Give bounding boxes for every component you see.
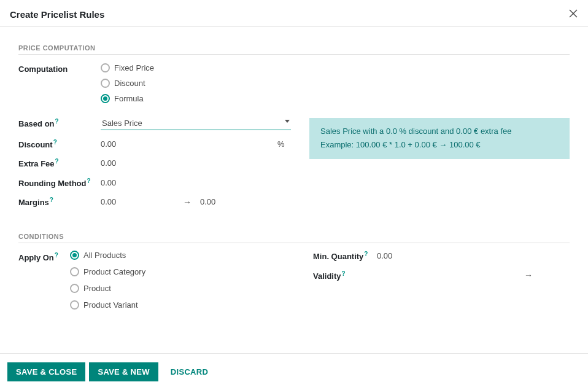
based-on-value: Sales Price: [102, 119, 142, 128]
margins-max-input[interactable]: 0.00: [200, 197, 215, 206]
margins-min-input[interactable]: 0.00: [101, 197, 174, 206]
close-button[interactable]: [568, 9, 578, 20]
based-on-select[interactable]: Sales Price: [101, 117, 291, 130]
radio-icon: [101, 63, 110, 72]
formula-left-col: Based on? Sales Price Discount?: [18, 117, 291, 216]
rounding-label: Rounding Method?: [18, 177, 101, 188]
radio-icon: [70, 251, 79, 260]
info-line-1: Sales Price with a 0.0 % discount and 0.…: [320, 125, 559, 138]
formula-info-box: Sales Price with a 0.0 % discount and 0.…: [309, 118, 570, 159]
extra-fee-input[interactable]: 0.00: [101, 158, 116, 168]
discard-button[interactable]: DISCARD: [162, 362, 217, 381]
min-qty-input[interactable]: 0.00: [377, 251, 392, 260]
modal-footer: SAVE & CLOSE SAVE & NEW DISCARD: [0, 353, 588, 390]
help-icon[interactable]: ?: [50, 197, 53, 203]
formula-right-col: Sales Price with a 0.0 % discount and 0.…: [309, 117, 570, 159]
save-new-button[interactable]: SAVE & NEW: [89, 362, 158, 381]
section-title-price: PRICE COMPUTATION: [18, 44, 570, 55]
radio-label-product: Product: [83, 284, 111, 293]
help-icon[interactable]: ?: [55, 118, 59, 125]
conditions-section: CONDITIONS Apply On? All Products Produc…: [18, 233, 570, 310]
modal-title: Create Pricelist Rules: [10, 9, 104, 20]
radio-icon: [70, 284, 79, 293]
discount-input[interactable]: 0.00: [101, 139, 273, 149]
radio-icon: [70, 267, 79, 276]
apply-on-label: Apply On?: [18, 251, 70, 262]
apply-on-radio-all[interactable]: All Products: [70, 251, 145, 260]
radio-label-all: All Products: [83, 251, 126, 260]
computation-label: Computation: [18, 62, 101, 74]
radio-icon: [101, 94, 110, 103]
computation-radio-fixed[interactable]: Fixed Price: [101, 63, 154, 72]
radio-icon: [70, 300, 79, 310]
computation-radio-discount[interactable]: Discount: [101, 79, 154, 88]
discount-label: Discount?: [18, 139, 101, 149]
section-title-conditions: CONDITIONS: [18, 233, 570, 243]
based-on-label: Based on?: [18, 118, 101, 128]
arrow-right-icon: →: [183, 197, 191, 207]
apply-on-radio-variant[interactable]: Product Variant: [70, 300, 145, 310]
arrow-right-icon: →: [524, 270, 570, 280]
apply-on-radio-category[interactable]: Product Category: [70, 267, 145, 276]
help-icon[interactable]: ?: [53, 139, 57, 146]
price-computation-section: PRICE COMPUTATION Computation Fixed Pric…: [18, 44, 570, 216]
rounding-input[interactable]: 0.00: [101, 178, 116, 187]
radio-label-category: Product Category: [83, 267, 145, 276]
help-icon[interactable]: ?: [342, 270, 346, 277]
radio-label-fixed: Fixed Price: [114, 63, 154, 72]
caret-down-icon: [285, 120, 290, 123]
extra-fee-label: Extra Fee?: [18, 158, 101, 168]
radio-icon: [101, 79, 110, 88]
help-icon[interactable]: ?: [55, 252, 58, 259]
help-icon[interactable]: ?: [364, 251, 368, 257]
help-icon[interactable]: ?: [87, 177, 90, 184]
min-qty-label: Min. Quantity?: [313, 251, 377, 261]
percent-sign: %: [277, 139, 285, 149]
close-icon: [568, 9, 578, 18]
save-close-button[interactable]: SAVE & CLOSE: [7, 362, 85, 381]
apply-on-radio-product[interactable]: Product: [70, 284, 145, 293]
computation-radio-formula[interactable]: Formula: [101, 94, 154, 103]
radio-label-formula: Formula: [114, 94, 144, 103]
radio-label-discount: Discount: [114, 79, 145, 88]
validity-label: Validity?: [313, 270, 377, 281]
info-line-2: Example: 100.00 € * 1.0 + 0.00 € → 100.0…: [320, 139, 559, 151]
margins-label: Margins?: [18, 197, 101, 207]
radio-label-variant: Product Variant: [83, 300, 138, 310]
help-icon[interactable]: ?: [55, 158, 59, 165]
